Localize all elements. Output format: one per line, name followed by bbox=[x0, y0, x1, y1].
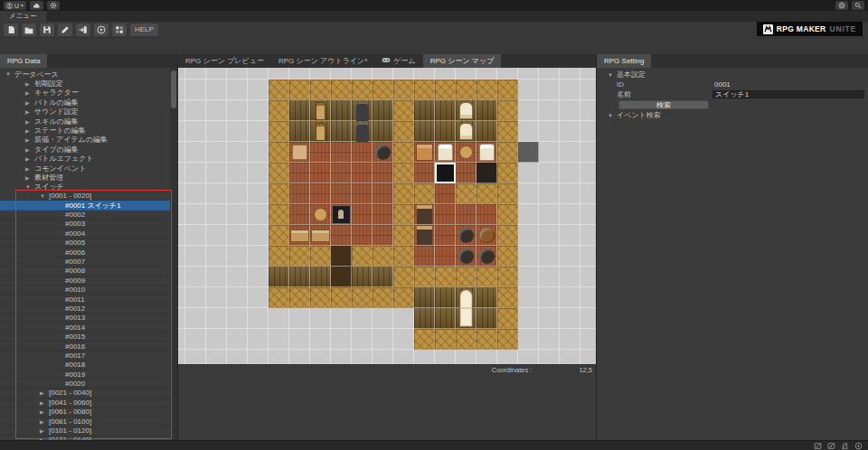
map-tile-empty-canvas[interactable] bbox=[178, 267, 185, 287]
map-tile-wood-floor[interactable] bbox=[310, 183, 331, 204]
triangle-right-icon[interactable]: ▶ bbox=[25, 118, 34, 125]
map-tile-empty-canvas[interactable] bbox=[185, 121, 206, 142]
tree-item[interactable]: #0009 bbox=[0, 277, 170, 286]
map-tile-gold-wall[interactable] bbox=[456, 329, 476, 350]
map-tile-gold-wall[interactable] bbox=[331, 80, 352, 100]
map-tile-empty-canvas[interactable] bbox=[518, 80, 539, 100]
map-tile-empty-canvas[interactable] bbox=[580, 246, 596, 267]
map-tile-empty-canvas[interactable] bbox=[248, 121, 269, 142]
map-tile-empty-canvas[interactable] bbox=[206, 142, 227, 163]
triangle-down-icon[interactable]: ▼ bbox=[5, 71, 14, 77]
map-tile-empty-canvas[interactable] bbox=[206, 267, 227, 287]
tree-item[interactable]: #0018 bbox=[0, 361, 170, 370]
map-tile-wall-panel[interactable] bbox=[331, 100, 352, 121]
map-tile-cushion[interactable] bbox=[289, 142, 310, 163]
tree-item[interactable]: ▶スキルの編集 bbox=[0, 117, 170, 126]
map-tile-empty-canvas[interactable] bbox=[352, 350, 373, 364]
map-tile-empty-canvas[interactable] bbox=[227, 329, 248, 350]
map-tile-gold-wall[interactable] bbox=[289, 287, 310, 308]
map-tile-empty-canvas[interactable] bbox=[393, 329, 414, 350]
map-tile-empty-canvas[interactable] bbox=[539, 142, 560, 163]
map-tile-empty-canvas[interactable] bbox=[373, 308, 393, 329]
map-tile-empty-canvas[interactable] bbox=[560, 80, 580, 100]
tree-item[interactable]: ▶バトルエフェクト bbox=[0, 155, 170, 164]
map-tile-gold-wall[interactable] bbox=[352, 287, 373, 308]
map-tile-empty-canvas[interactable] bbox=[456, 350, 476, 364]
map-tile-gold-wall[interactable] bbox=[393, 80, 414, 100]
map-tile-gold-wall[interactable] bbox=[456, 267, 476, 287]
map-tile-empty-canvas[interactable] bbox=[289, 329, 310, 350]
map-tile-empty-canvas[interactable] bbox=[206, 183, 227, 204]
map-tile-empty-canvas[interactable] bbox=[248, 246, 269, 267]
name-input[interactable] bbox=[712, 90, 864, 98]
map-tile-round-table[interactable] bbox=[456, 142, 476, 163]
map-tile-gold-wall[interactable] bbox=[456, 80, 476, 100]
map-tile-empty-canvas[interactable] bbox=[269, 350, 289, 364]
tree-item[interactable]: ▶素材管理 bbox=[0, 173, 170, 182]
map-tile-empty-canvas[interactable] bbox=[560, 267, 580, 287]
tree-item[interactable]: ▶[0061 - 0080] bbox=[0, 408, 170, 417]
map-tile-kitchen-stove[interactable] bbox=[414, 204, 435, 225]
play-button[interactable] bbox=[94, 23, 108, 36]
map-tile-gold-wall[interactable] bbox=[497, 287, 518, 308]
triangle-right-icon[interactable]: ▶ bbox=[40, 427, 49, 434]
map-tile-empty-canvas[interactable] bbox=[185, 350, 206, 364]
map-tile-wall-panel[interactable] bbox=[289, 267, 310, 287]
cloud-button[interactable] bbox=[30, 1, 43, 10]
account-menu-button[interactable]: U ▾ bbox=[4, 1, 26, 10]
map-tile-gold-wall[interactable] bbox=[393, 121, 414, 142]
map-tile-empty-canvas[interactable] bbox=[373, 68, 393, 80]
map-tile-empty-canvas[interactable] bbox=[206, 308, 227, 329]
tree-item[interactable]: ▶[0121 - 0140] bbox=[0, 436, 170, 440]
map-tile-wall-panel[interactable] bbox=[373, 267, 393, 287]
map-tile-wall-panel[interactable] bbox=[435, 308, 456, 329]
map-tile-gold-wall[interactable] bbox=[497, 308, 518, 329]
tree-item[interactable]: #0015 bbox=[0, 333, 170, 342]
map-tile-empty-canvas[interactable] bbox=[310, 329, 331, 350]
map-tile-gold-wall[interactable] bbox=[393, 267, 414, 287]
map-tile-empty-canvas[interactable] bbox=[560, 163, 580, 183]
map-tile-wood-floor[interactable] bbox=[476, 204, 497, 225]
map-tile-gold-wall[interactable] bbox=[435, 80, 456, 100]
basic-settings-section[interactable]: ▼ 基本設定 bbox=[597, 70, 868, 80]
map-tile-empty-canvas[interactable] bbox=[580, 287, 596, 308]
map-tile-gold-wall[interactable] bbox=[414, 183, 435, 204]
map-tile-empty-canvas[interactable] bbox=[227, 267, 248, 287]
triangle-right-icon[interactable]: ▶ bbox=[25, 146, 34, 153]
map-tile-gold-wall[interactable] bbox=[269, 80, 289, 100]
map-selection-cursor[interactable] bbox=[435, 163, 456, 183]
map-tile-empty-canvas[interactable] bbox=[289, 350, 310, 364]
triangle-down-icon[interactable]: ▼ bbox=[25, 184, 34, 190]
map-tile-empty-canvas[interactable] bbox=[178, 329, 185, 350]
map-tile-gold-wall[interactable] bbox=[269, 163, 289, 183]
map-tile-wall-panel[interactable] bbox=[373, 100, 393, 121]
map-tile-event-npc[interactable] bbox=[331, 204, 352, 225]
network-button[interactable] bbox=[835, 1, 848, 10]
map-tile-wall-panel[interactable] bbox=[414, 308, 435, 329]
map-tile-empty-canvas[interactable] bbox=[518, 225, 539, 246]
map-tile-empty-canvas[interactable] bbox=[518, 100, 539, 121]
map-tile-gold-wall[interactable] bbox=[435, 329, 456, 350]
map-tile-wood-floor[interactable] bbox=[352, 204, 373, 225]
map-tile-empty-canvas[interactable] bbox=[185, 68, 206, 80]
map-tile-wood-floor[interactable] bbox=[456, 204, 476, 225]
map-tile-wood-floor[interactable] bbox=[435, 183, 456, 204]
tree-item[interactable]: ▶コモンイベント bbox=[0, 164, 170, 173]
map-tile-empty-canvas[interactable] bbox=[178, 246, 185, 267]
map-tile-empty-canvas[interactable] bbox=[393, 68, 414, 80]
map-tile-wood-floor[interactable] bbox=[373, 183, 393, 204]
event-search-section[interactable]: ▼ イベント検索 bbox=[597, 110, 868, 120]
map-tile-empty-canvas[interactable] bbox=[580, 80, 596, 100]
map-tile-empty-canvas[interactable] bbox=[185, 308, 206, 329]
map-tile-wall-stove[interactable] bbox=[352, 100, 373, 121]
map-tile-empty-canvas[interactable] bbox=[476, 350, 497, 364]
map-tile-empty-canvas[interactable] bbox=[393, 308, 414, 329]
map-tile-empty-canvas[interactable] bbox=[269, 329, 289, 350]
triangle-right-icon[interactable]: ▶ bbox=[25, 165, 34, 172]
tree-item[interactable]: ▶ステートの編集 bbox=[0, 126, 170, 135]
tree-item[interactable]: ▶[0101 - 0120] bbox=[0, 427, 170, 436]
map-tile-empty-canvas[interactable] bbox=[178, 287, 185, 308]
tree-item[interactable]: #0006 bbox=[0, 248, 170, 257]
map-tile-dark-pot[interactable] bbox=[456, 225, 476, 246]
map-tile-gold-wall[interactable] bbox=[497, 80, 518, 100]
